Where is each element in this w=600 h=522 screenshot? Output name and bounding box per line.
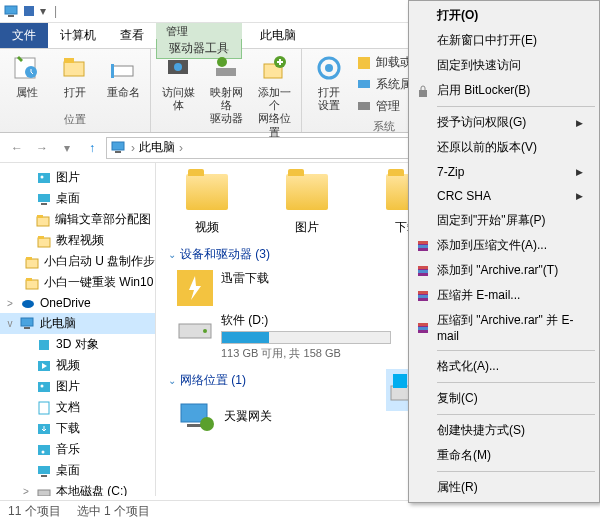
menu-item[interactable]: 启用 BitLocker(B): [411, 78, 597, 103]
svg-rect-69: [418, 327, 428, 330]
blank-icon: [415, 359, 431, 375]
svg-rect-66: [418, 295, 428, 298]
rar-icon: [415, 263, 431, 279]
menu-item[interactable]: 固定到"开始"屏幕(P): [411, 208, 597, 233]
menu-item[interactable]: 打开(O): [411, 3, 597, 28]
videos-icon: [36, 358, 52, 374]
menu-item[interactable]: 创建快捷方式(S): [411, 418, 597, 443]
menu-item[interactable]: 授予访问权限(G)▶: [411, 110, 597, 135]
tree-node[interactable]: >OneDrive: [0, 293, 155, 313]
downloads-icon: [36, 421, 52, 437]
tree-node[interactable]: 3D 对象: [0, 334, 155, 355]
btn-open-settings[interactable]: 打开 设置: [308, 52, 350, 112]
folder-item[interactable]: 视频: [172, 169, 242, 238]
svg-rect-17: [358, 57, 370, 69]
breadcrumb-item[interactable]: 此电脑: [139, 139, 175, 156]
desktop-icon: [36, 463, 52, 479]
folder-item[interactable]: 图片: [272, 169, 342, 238]
tree-node[interactable]: 桌面: [0, 460, 155, 481]
tree-node[interactable]: 视频: [0, 355, 155, 376]
svg-point-34: [22, 300, 34, 308]
nav-recent[interactable]: ▾: [56, 137, 78, 159]
folder-icon: [36, 233, 52, 249]
svg-rect-55: [393, 374, 407, 388]
tree-node[interactable]: 图片: [0, 167, 155, 188]
menu-item[interactable]: CRC SHA▶: [411, 184, 597, 208]
tab-view[interactable]: 查看: [108, 23, 156, 48]
svg-rect-37: [39, 340, 49, 350]
svg-rect-65: [418, 291, 428, 294]
tree-node[interactable]: 文档: [0, 397, 155, 418]
tree-node[interactable]: 音乐: [0, 439, 155, 460]
svg-rect-11: [216, 68, 236, 76]
svg-rect-25: [41, 203, 47, 205]
tree-node[interactable]: >本地磁盘 (C:): [0, 481, 155, 496]
svg-point-44: [42, 450, 45, 453]
bitlocker-icon: [415, 83, 431, 99]
folder-icon: [35, 212, 51, 228]
tree-node[interactable]: 下载: [0, 418, 155, 439]
qat-dropdown[interactable]: ▾: [40, 4, 46, 18]
tab-file[interactable]: 文件: [0, 23, 48, 48]
btn-properties[interactable]: 属性: [6, 52, 48, 99]
menu-item[interactable]: 重命名(M): [411, 443, 597, 468]
svg-rect-68: [418, 323, 428, 326]
nav-forward[interactable]: →: [31, 137, 53, 159]
tree-node[interactable]: v此电脑: [0, 313, 155, 334]
btn-map-drive[interactable]: 映射网络 驱动器: [205, 52, 247, 126]
blank-icon: [415, 8, 431, 24]
thispc-icon: [20, 316, 36, 332]
menu-item[interactable]: 压缩到 "Archive.rar" 并 E-mail: [411, 308, 597, 347]
menu-item[interactable]: 添加到 "Archive.rar"(T): [411, 258, 597, 283]
rar-icon: [415, 288, 431, 304]
svg-rect-29: [38, 236, 44, 239]
svg-point-23: [41, 175, 44, 178]
menu-item[interactable]: 添加到压缩文件(A)...: [411, 233, 597, 258]
documents-icon: [36, 400, 52, 416]
drive-item[interactable]: 迅雷下载: [174, 267, 384, 309]
tab-computer[interactable]: 计算机: [48, 23, 108, 48]
qat-save-icon[interactable]: [22, 4, 36, 18]
btn-rename[interactable]: 重命名: [102, 52, 144, 99]
menu-item[interactable]: 压缩并 E-mail...: [411, 283, 597, 308]
pictures-icon: [36, 379, 52, 395]
drive-item[interactable]: 软件 (D:)113 GB 可用, 共 158 GB: [174, 309, 384, 364]
btn-access-media[interactable]: 访问媒体: [157, 52, 199, 112]
menu-item[interactable]: 属性(R): [411, 475, 597, 500]
network-location-item[interactable]: 天翼网关: [174, 393, 374, 439]
status-selection: 选中 1 个项目: [77, 503, 150, 520]
svg-rect-32: [26, 280, 38, 289]
desktop-icon: [36, 191, 52, 207]
blank-icon: [415, 391, 431, 407]
btn-open[interactable]: 打开: [54, 52, 96, 99]
menu-item[interactable]: 还原以前的版本(V): [411, 135, 597, 160]
tree-node[interactable]: 图片: [0, 376, 155, 397]
rar-icon: [415, 320, 431, 336]
blank-icon: [415, 448, 431, 464]
menu-item[interactable]: 固定到快速访问: [411, 53, 597, 78]
nav-back[interactable]: ←: [6, 137, 28, 159]
context-menu: 打开(O)在新窗口中打开(E)固定到快速访问启用 BitLocker(B)授予访…: [408, 0, 600, 503]
svg-point-16: [325, 64, 333, 72]
nav-tree[interactable]: 图片桌面编辑文章部分配图教程视频小白启动 U 盘制作步小白一键重装 Win10>…: [0, 163, 156, 496]
onedrive-icon: [20, 295, 36, 311]
svg-rect-18: [358, 80, 370, 88]
menu-item[interactable]: 格式化(A)...: [411, 354, 597, 379]
blank-icon: [415, 58, 431, 74]
svg-rect-2: [24, 6, 34, 16]
status-count: 11 个项目: [8, 503, 61, 520]
group-location-label: 位置: [6, 110, 144, 129]
tree-node[interactable]: 小白启动 U 盘制作步: [0, 251, 155, 272]
svg-rect-59: [418, 241, 428, 244]
tree-node[interactable]: 教程视频: [0, 230, 155, 251]
menu-item[interactable]: 在新窗口中打开(E): [411, 28, 597, 53]
svg-rect-46: [41, 475, 47, 477]
svg-rect-45: [38, 466, 50, 474]
nav-up[interactable]: ↑: [81, 137, 103, 159]
tree-node[interactable]: 桌面: [0, 188, 155, 209]
tree-node[interactable]: 编辑文章部分配图: [0, 209, 155, 230]
menu-item[interactable]: 7-Zip▶: [411, 160, 597, 184]
btn-add-network-location[interactable]: 添加一个 网络位置: [253, 52, 295, 139]
tree-node[interactable]: 小白一键重装 Win10: [0, 272, 155, 293]
menu-item[interactable]: 复制(C): [411, 386, 597, 411]
